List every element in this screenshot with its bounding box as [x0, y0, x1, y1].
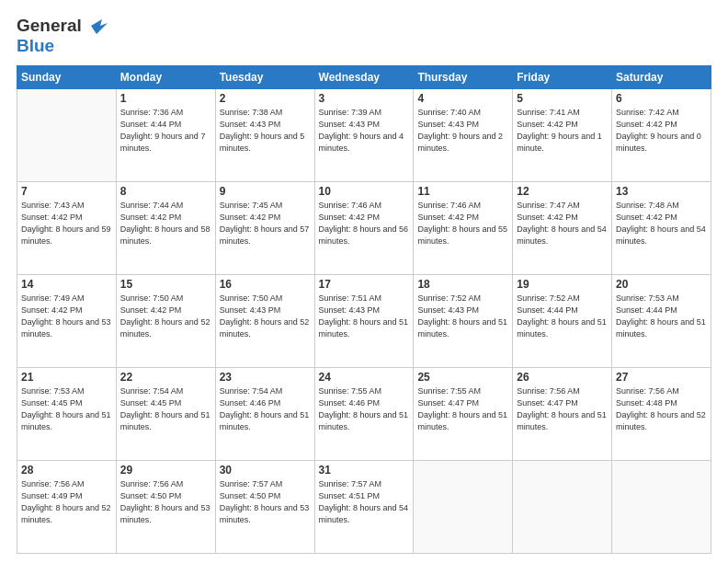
day-number: 1	[120, 92, 211, 105]
day-number: 6	[616, 92, 707, 105]
day-number: 5	[517, 92, 608, 105]
day-number: 19	[517, 278, 608, 291]
header: General Blue	[17, 17, 711, 56]
weekday-thursday: Thursday	[414, 65, 513, 88]
day-info: Sunrise: 7:47 AM Sunset: 4:42 PM Dayligh…	[517, 200, 608, 247]
logo: General Blue	[17, 17, 108, 56]
day-info: Sunrise: 7:44 AM Sunset: 4:42 PM Dayligh…	[120, 200, 211, 247]
day-number: 25	[417, 371, 508, 384]
day-info: Sunrise: 7:53 AM Sunset: 4:44 PM Dayligh…	[616, 293, 707, 340]
day-cell: 11Sunrise: 7:46 AM Sunset: 4:42 PM Dayli…	[414, 181, 513, 274]
day-cell: 17Sunrise: 7:51 AM Sunset: 4:43 PM Dayli…	[314, 274, 414, 367]
day-number: 20	[616, 278, 707, 291]
day-number: 29	[120, 464, 211, 477]
day-info: Sunrise: 7:42 AM Sunset: 4:42 PM Dayligh…	[616, 107, 707, 155]
day-cell: 1Sunrise: 7:36 AM Sunset: 4:44 PM Daylig…	[116, 88, 215, 181]
day-number: 12	[517, 185, 608, 198]
day-cell: 24Sunrise: 7:55 AM Sunset: 4:46 PM Dayli…	[314, 367, 414, 460]
day-cell: 9Sunrise: 7:45 AM Sunset: 4:42 PM Daylig…	[215, 181, 314, 274]
week-row-4: 28Sunrise: 7:56 AM Sunset: 4:49 PM Dayli…	[17, 460, 711, 553]
day-info: Sunrise: 7:55 AM Sunset: 4:46 PM Dayligh…	[319, 385, 410, 433]
day-number: 17	[319, 278, 410, 291]
weekday-saturday: Saturday	[612, 65, 711, 88]
day-number: 3	[319, 92, 410, 105]
day-cell	[612, 460, 711, 553]
day-number: 15	[120, 278, 211, 291]
day-info: Sunrise: 7:52 AM Sunset: 4:44 PM Dayligh…	[517, 293, 608, 340]
svg-marker-0	[91, 19, 108, 34]
day-cell	[513, 460, 612, 553]
day-cell: 16Sunrise: 7:50 AM Sunset: 4:43 PM Dayli…	[215, 274, 314, 367]
day-cell: 30Sunrise: 7:57 AM Sunset: 4:50 PM Dayli…	[215, 460, 314, 553]
day-info: Sunrise: 7:54 AM Sunset: 4:45 PM Dayligh…	[120, 385, 211, 433]
day-info: Sunrise: 7:52 AM Sunset: 4:43 PM Dayligh…	[417, 293, 508, 340]
day-cell: 18Sunrise: 7:52 AM Sunset: 4:43 PM Dayli…	[414, 274, 513, 367]
day-cell: 8Sunrise: 7:44 AM Sunset: 4:42 PM Daylig…	[116, 181, 215, 274]
day-info: Sunrise: 7:43 AM Sunset: 4:42 PM Dayligh…	[21, 200, 112, 247]
week-row-0: 1Sunrise: 7:36 AM Sunset: 4:44 PM Daylig…	[17, 88, 711, 181]
day-info: Sunrise: 7:51 AM Sunset: 4:43 PM Dayligh…	[319, 293, 410, 340]
day-cell: 7Sunrise: 7:43 AM Sunset: 4:42 PM Daylig…	[17, 181, 117, 274]
day-number: 8	[120, 185, 211, 198]
weekday-wednesday: Wednesday	[314, 65, 414, 88]
day-number: 27	[616, 371, 707, 384]
weekday-monday: Monday	[116, 65, 215, 88]
day-info: Sunrise: 7:36 AM Sunset: 4:44 PM Dayligh…	[120, 107, 211, 155]
day-info: Sunrise: 7:53 AM Sunset: 4:45 PM Dayligh…	[21, 385, 112, 433]
day-info: Sunrise: 7:40 AM Sunset: 4:43 PM Dayligh…	[417, 107, 508, 155]
week-row-2: 14Sunrise: 7:49 AM Sunset: 4:42 PM Dayli…	[17, 274, 711, 367]
day-number: 2	[220, 92, 311, 105]
day-number: 26	[517, 371, 608, 384]
day-cell: 2Sunrise: 7:38 AM Sunset: 4:43 PM Daylig…	[215, 88, 314, 181]
day-cell: 25Sunrise: 7:55 AM Sunset: 4:47 PM Dayli…	[414, 367, 513, 460]
day-cell: 4Sunrise: 7:40 AM Sunset: 4:43 PM Daylig…	[414, 88, 513, 181]
day-number: 14	[21, 278, 112, 291]
day-cell: 12Sunrise: 7:47 AM Sunset: 4:42 PM Dayli…	[513, 181, 612, 274]
day-number: 28	[21, 464, 112, 477]
day-number: 24	[319, 371, 410, 384]
day-info: Sunrise: 7:50 AM Sunset: 4:43 PM Dayligh…	[220, 293, 311, 340]
weekday-friday: Friday	[513, 65, 612, 88]
day-cell: 28Sunrise: 7:56 AM Sunset: 4:49 PM Dayli…	[17, 460, 117, 553]
day-info: Sunrise: 7:55 AM Sunset: 4:47 PM Dayligh…	[417, 385, 508, 433]
day-number: 22	[120, 371, 211, 384]
day-info: Sunrise: 7:56 AM Sunset: 4:47 PM Dayligh…	[517, 385, 608, 433]
day-info: Sunrise: 7:38 AM Sunset: 4:43 PM Dayligh…	[220, 107, 311, 155]
day-info: Sunrise: 7:57 AM Sunset: 4:51 PM Dayligh…	[319, 478, 410, 526]
day-number: 13	[616, 185, 707, 198]
day-info: Sunrise: 7:56 AM Sunset: 4:50 PM Dayligh…	[120, 478, 211, 526]
day-number: 23	[220, 371, 311, 384]
page: General Blue SundayMondayTuesdayWednesda…	[0, 0, 728, 563]
day-info: Sunrise: 7:49 AM Sunset: 4:42 PM Dayligh…	[21, 293, 112, 340]
logo-general-text: General	[17, 17, 82, 36]
day-info: Sunrise: 7:46 AM Sunset: 4:42 PM Dayligh…	[417, 200, 508, 247]
day-cell: 20Sunrise: 7:53 AM Sunset: 4:44 PM Dayli…	[612, 274, 711, 367]
week-row-1: 7Sunrise: 7:43 AM Sunset: 4:42 PM Daylig…	[17, 181, 711, 274]
calendar: SundayMondayTuesdayWednesdayThursdayFrid…	[17, 65, 711, 554]
day-cell: 3Sunrise: 7:39 AM Sunset: 4:43 PM Daylig…	[314, 88, 414, 181]
day-number: 30	[220, 464, 311, 477]
day-cell: 13Sunrise: 7:48 AM Sunset: 4:42 PM Dayli…	[612, 181, 711, 274]
day-number: 18	[417, 278, 508, 291]
day-cell: 5Sunrise: 7:41 AM Sunset: 4:42 PM Daylig…	[513, 88, 612, 181]
day-info: Sunrise: 7:45 AM Sunset: 4:42 PM Dayligh…	[220, 200, 311, 247]
day-info: Sunrise: 7:48 AM Sunset: 4:42 PM Dayligh…	[616, 200, 707, 247]
day-number: 4	[417, 92, 508, 105]
day-number: 11	[417, 185, 508, 198]
day-info: Sunrise: 7:57 AM Sunset: 4:50 PM Dayligh…	[220, 478, 311, 526]
day-info: Sunrise: 7:39 AM Sunset: 4:43 PM Dayligh…	[319, 107, 410, 155]
week-row-3: 21Sunrise: 7:53 AM Sunset: 4:45 PM Dayli…	[17, 367, 711, 460]
day-cell: 23Sunrise: 7:54 AM Sunset: 4:46 PM Dayli…	[215, 367, 314, 460]
day-number: 10	[319, 185, 410, 198]
day-info: Sunrise: 7:56 AM Sunset: 4:48 PM Dayligh…	[616, 385, 707, 433]
day-cell: 19Sunrise: 7:52 AM Sunset: 4:44 PM Dayli…	[513, 274, 612, 367]
day-cell: 31Sunrise: 7:57 AM Sunset: 4:51 PM Dayli…	[314, 460, 414, 553]
day-cell: 10Sunrise: 7:46 AM Sunset: 4:42 PM Dayli…	[314, 181, 414, 274]
day-cell: 27Sunrise: 7:56 AM Sunset: 4:48 PM Dayli…	[612, 367, 711, 460]
day-cell: 29Sunrise: 7:56 AM Sunset: 4:50 PM Dayli…	[116, 460, 215, 553]
day-info: Sunrise: 7:50 AM Sunset: 4:42 PM Dayligh…	[120, 293, 211, 340]
day-number: 21	[21, 371, 112, 384]
day-info: Sunrise: 7:41 AM Sunset: 4:42 PM Dayligh…	[517, 107, 608, 155]
day-cell	[414, 460, 513, 553]
day-cell: 14Sunrise: 7:49 AM Sunset: 4:42 PM Dayli…	[17, 274, 117, 367]
